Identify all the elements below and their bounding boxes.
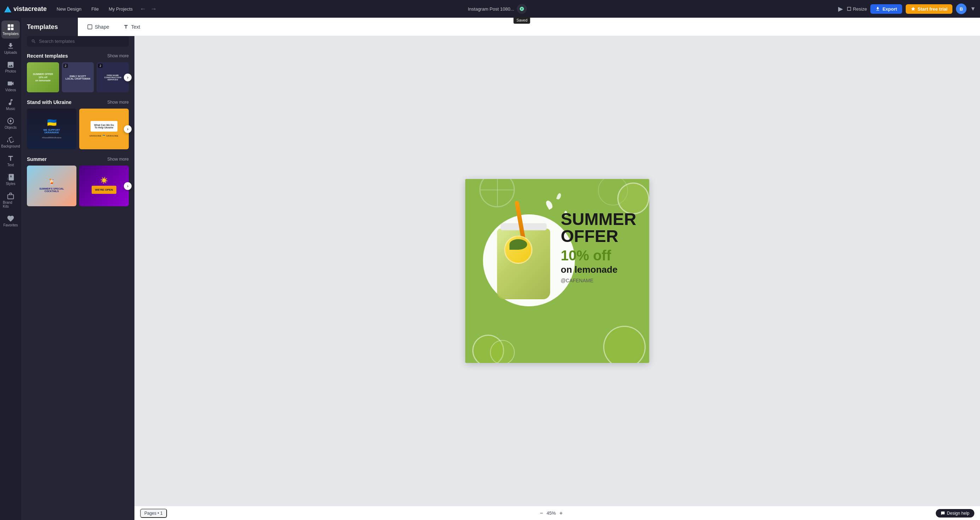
shape-tool-button[interactable]: Shape [83, 22, 113, 32]
logo-text: vistacreate [13, 5, 47, 13]
sidebar-item-photos[interactable]: Photos [2, 58, 20, 76]
recent-show-more-button[interactable]: Show more [107, 53, 129, 58]
recent-templates-header: Recent templates Show more [27, 53, 129, 59]
sidebar-item-objects[interactable]: Objects [2, 114, 20, 132]
ukraine-show-more-button[interactable]: Show more [107, 100, 129, 105]
sidebar-item-brand-kits[interactable]: Brand Kits [2, 189, 20, 211]
template-item[interactable]: ☀️ WE'RE OPEN [79, 165, 129, 206]
sidebar-item-background[interactable]: Background [2, 133, 20, 151]
svg-rect-4 [11, 24, 13, 27]
ukraine-next-button[interactable]: › [124, 125, 132, 133]
summer-show-more-button[interactable]: Show more [107, 157, 129, 162]
svg-rect-6 [11, 28, 13, 30]
template-item[interactable]: 🇺🇦 WE SUPPORTUKRAINIAN! #StandWithUkrain… [27, 108, 76, 149]
search-box [27, 36, 129, 47]
text-tool-button[interactable]: Text [119, 22, 144, 32]
redo-icon[interactable]: → [150, 5, 157, 13]
panel-title: Templates [27, 23, 58, 31]
template-item[interactable]: 🍹 SUMMER'S SPECIALCOCKTAILS [27, 165, 76, 206]
summer-templates-row: 🍹 SUMMER'S SPECIALCOCKTAILS ☀️ WE'RE OPE… [27, 165, 129, 206]
svg-rect-3 [8, 24, 10, 27]
svg-rect-5 [8, 28, 10, 30]
topbar: vistacreate New Design File My Projects … [0, 0, 490, 17]
secondary-toolbar: Shape Text [78, 17, 490, 36]
recent-next-button[interactable]: › [124, 73, 132, 81]
my-projects-button[interactable]: My Projects [106, 5, 135, 13]
ukraine-templates-title: Stand with Ukraine [27, 99, 72, 105]
new-design-button[interactable]: New Design [54, 5, 84, 13]
template-item[interactable]: EMILY SCOTTLOCAL CRAFTSMAN 2 [62, 62, 94, 92]
summer-next-button[interactable]: › [124, 182, 132, 190]
sidebar-item-music[interactable]: Music [2, 95, 20, 114]
template-item[interactable]: SUMMER OFFER10% offon lemonade [27, 62, 59, 92]
sidebar-item-favorites[interactable]: Favorites [2, 212, 20, 230]
svg-rect-2 [88, 25, 92, 29]
icon-sidebar: Templates Uploads Photos Videos Music Ob… [0, 17, 21, 260]
sidebar-item-uploads[interactable]: Uploads [2, 39, 20, 57]
sidebar-item-videos[interactable]: Videos [2, 77, 20, 95]
topbar-center: Instagram Post 1080... Saved [161, 4, 490, 14]
template-item[interactable]: What Can We DoTo Help Ukraine UKRAINE 🇺🇦… [79, 108, 129, 149]
svg-marker-8 [10, 119, 12, 122]
sidebar-item-text[interactable]: Text [2, 152, 20, 170]
search-input[interactable] [39, 38, 124, 44]
project-name: Instagram Post 1080... [468, 6, 490, 12]
ukraine-templates-header: Stand with Ukraine Show more [27, 99, 129, 105]
summer-templates-header: Summer Show more [27, 156, 129, 162]
ukraine-templates-row: 🇺🇦 WE SUPPORTUKRAINIAN! #StandWithUkrain… [27, 108, 129, 149]
sidebar-item-templates[interactable]: Templates [2, 21, 20, 38]
recent-templates-title: Recent templates [27, 53, 68, 59]
summer-templates-title: Summer [27, 156, 47, 162]
canvas-area: SUMMER OFFER 10% off on lemonade @CAFENA… [134, 36, 490, 260]
recent-templates-row: SUMMER OFFER10% offon lemonade EMILY SCO… [27, 62, 129, 92]
file-button[interactable]: File [88, 5, 102, 13]
templates-panel: Templates « Recent templates Show more S… [21, 17, 134, 260]
search-icon [31, 39, 36, 44]
logo: vistacreate [4, 5, 47, 13]
undo-icon[interactable]: ← [140, 5, 146, 13]
design-canvas[interactable]: SUMMER OFFER 10% off on lemonade @CAFENA… [465, 179, 490, 260]
sidebar-item-styles[interactable]: Styles [2, 170, 20, 189]
